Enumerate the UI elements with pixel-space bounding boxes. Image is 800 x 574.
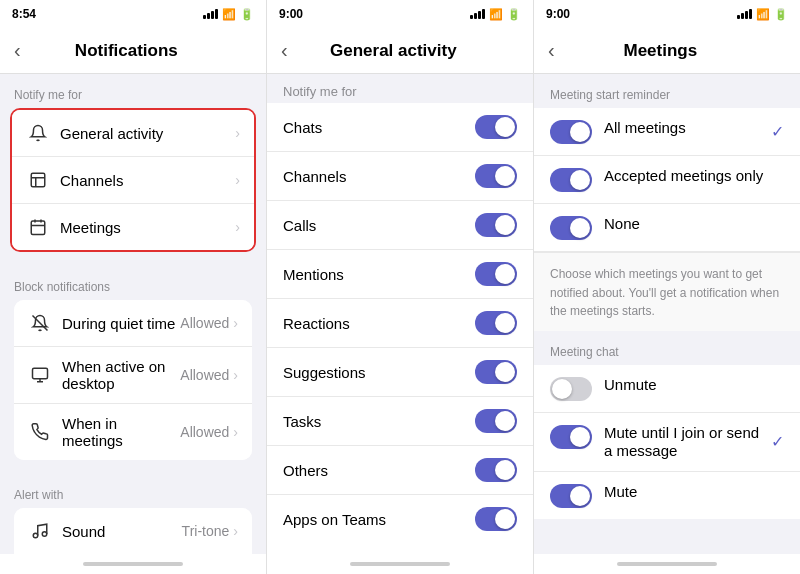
signal-icon-2 [470,9,485,19]
accepted-label: Accepted meetings only [604,167,763,184]
content-3: Meeting start reminder All meetings ✓ Ac… [534,74,800,554]
status-bar-2: 9:00 📶 🔋 [267,0,533,28]
reactions-toggle[interactable] [475,311,517,335]
general-activity-panel: 9:00 📶 🔋 ‹ General activity Notify me fo… [267,0,534,574]
list-item-reactions[interactable]: Reactions [267,299,533,348]
none-toggle[interactable] [550,216,592,240]
signal-icon [203,9,218,19]
desktop-icon [28,363,52,387]
reminder-group: All meetings ✓ Accepted meetings only No… [534,108,800,331]
reminder-note-text: Choose which meetings you want to get no… [550,267,779,318]
mute-toggle[interactable] [550,484,592,508]
list-item-suggestions[interactable]: Suggestions [267,348,533,397]
list-item-calls[interactable]: Calls [267,201,533,250]
signal-icon-3 [737,9,752,19]
list-item-mentions[interactable]: Mentions [267,250,533,299]
chevron-icon-5: › [233,367,238,383]
home-indicator-3 [534,554,800,574]
list-item-desktop[interactable]: When active on desktop Allowed › [14,347,252,404]
list-item-meetings[interactable]: Meetings › [12,204,254,250]
back-button-2[interactable]: ‹ [281,39,288,62]
page-title-3: Meetings [563,41,758,61]
back-button-3[interactable]: ‹ [548,39,555,62]
apps-toggle[interactable] [475,507,517,531]
time-2: 9:00 [279,7,303,21]
list-item-channels[interactable]: Channels › [12,157,254,204]
chat-group: Unmute Mute until I join or send a messa… [534,365,800,519]
accepted-toggle[interactable] [550,168,592,192]
status-icons-3: 📶 🔋 [737,8,788,21]
svg-rect-8 [33,368,48,379]
chat-mute-until[interactable]: Mute until I join or send a message ✓ [534,413,800,472]
svg-point-12 [42,532,47,537]
page-title-2: General activity [296,41,491,61]
notify-header-2: Notify me for [267,74,533,103]
channels-toggle[interactable] [475,164,517,188]
list-item-quiet-time[interactable]: During quiet time Allowed › [14,300,252,347]
notifications-panel: 8:54 📶 🔋 ‹ Notifications Notify me for [0,0,267,574]
reminder-header: Meeting start reminder [534,74,800,108]
list-item-others[interactable]: Others [267,446,533,495]
chevron-icon-2: › [235,172,240,188]
wifi-icon-3: 📶 [756,8,770,21]
mute-label: Mute [604,483,637,500]
chat-header: Meeting chat [534,331,800,365]
sound-icon [28,519,52,543]
status-bar-1: 8:54 📶 🔋 [0,0,266,28]
bell-icon [26,121,50,145]
all-meetings-check: ✓ [771,122,784,141]
others-toggle[interactable] [475,458,517,482]
reminder-none[interactable]: None [534,204,800,252]
list-item-channels-p2[interactable]: Channels [267,152,533,201]
svg-rect-0 [31,173,45,187]
unmute-label: Unmute [604,376,657,393]
mentions-toggle[interactable] [475,262,517,286]
list-item-general-activity[interactable]: General activity › [12,110,254,157]
chats-toggle[interactable] [475,115,517,139]
calls-toggle[interactable] [475,213,517,237]
reminder-accepted[interactable]: Accepted meetings only [534,156,800,204]
wifi-icon: 📶 [222,8,236,21]
chevron-icon-3: › [235,219,240,235]
suggestions-toggle[interactable] [475,360,517,384]
time-1: 8:54 [12,7,36,21]
sound-value: Tri-tone [182,523,230,539]
svg-rect-3 [31,221,45,235]
reminder-note: Choose which meetings you want to get no… [534,252,800,331]
reminder-all-meetings[interactable]: All meetings ✓ [534,108,800,156]
tasks-toggle[interactable] [475,409,517,433]
quiet-time-label: During quiet time [62,315,180,332]
list-item-meetings-block[interactable]: When in meetings Allowed › [14,404,252,460]
status-icons-2: 📶 🔋 [470,8,521,21]
phone-icon [28,420,52,444]
sound-label: Sound [62,523,182,540]
all-meetings-toggle[interactable] [550,120,592,144]
list-item-tasks[interactable]: Tasks [267,397,533,446]
chat-mute[interactable]: Mute [534,472,800,519]
channels-label: Channels [60,172,235,189]
back-button-1[interactable]: ‹ [14,39,21,62]
general-activity-list: Chats Channels Calls Mentions Reactions … [267,103,533,543]
none-label: None [604,215,640,232]
chat-unmute[interactable]: Unmute [534,365,800,413]
list-item-sound[interactable]: Sound Tri-tone › [14,508,252,554]
others-label: Others [283,462,475,479]
mute-until-toggle[interactable] [550,425,592,449]
all-meetings-toggle-wrap [550,120,592,144]
quiet-time-value: Allowed [180,315,229,331]
battery-icon-2: 🔋 [507,8,521,21]
calls-label: Calls [283,217,475,234]
status-icons-1: 📶 🔋 [203,8,254,21]
meetings-panel: 9:00 📶 🔋 ‹ Meetings Meeting start remind… [534,0,800,574]
unmute-toggle[interactable] [550,377,592,401]
desktop-value: Allowed [180,367,229,383]
home-indicator-1 [0,554,266,574]
notify-box: General activity › Channels › Meetings › [10,108,256,252]
list-item-chats[interactable]: Chats [267,103,533,152]
chevron-icon-4: › [233,315,238,331]
list-item-apps-on-teams[interactable]: Apps on Teams [267,495,533,543]
tasks-label: Tasks [283,413,475,430]
chevron-icon-7: › [233,523,238,539]
reactions-label: Reactions [283,315,475,332]
notify-header-1: Notify me for [0,74,266,108]
